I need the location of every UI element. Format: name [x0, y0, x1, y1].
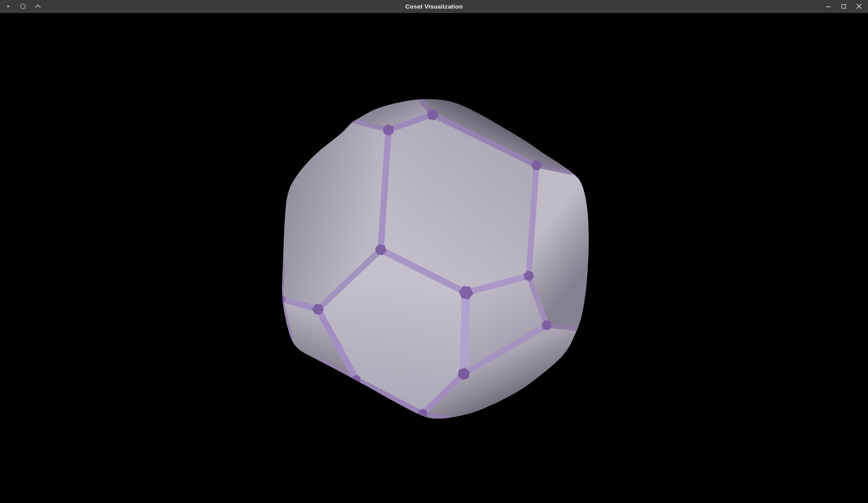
edge-G-J [464, 293, 466, 374]
chevron-up-icon[interactable] [33, 2, 42, 11]
polyhedron [277, 98, 589, 419]
titlebar: Coset Visualization [0, 0, 868, 13]
dot-icon[interactable] [4, 2, 13, 11]
window-title: Coset Visualization [405, 3, 462, 10]
scene-svg[interactable] [0, 0, 868, 503]
edge-stub-F [282, 264, 283, 299]
maximize-icon[interactable] [839, 2, 848, 11]
viewport-3d[interactable] [0, 0, 868, 503]
circle-icon[interactable] [18, 2, 28, 11]
minimize-icon[interactable] [824, 2, 833, 11]
close-icon[interactable] [854, 2, 863, 11]
titlebar-left [0, 0, 42, 13]
titlebar-right [824, 0, 868, 13]
